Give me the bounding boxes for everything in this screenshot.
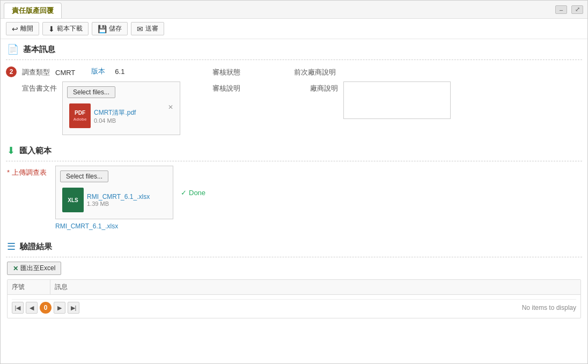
version-label: 版本 (91, 66, 105, 76)
import-file-name: RMI_CMRT_6.1_.xlsx (87, 193, 150, 200)
declaration-file-details: CMRT清單.pdf 0.04 MB (94, 108, 136, 124)
download-icon: ⬇ (48, 25, 55, 33)
minimize-button[interactable]: – (555, 5, 567, 14)
declaration-file-item: PDF Adobe CMRT清單.pdf 0.04 MB ✕ (67, 101, 175, 130)
content-area: 📄 基本訊息 2 調查類型 CMRT 版本 6.1 (1, 39, 587, 363)
vendor-note-label: 廠商說明 (310, 81, 338, 93)
validation-area: ✕ 匯出至Excel 序號 訊息 |◀ ◀ 0 ▶ ▶| No item (1, 257, 587, 323)
title-tab-label: 責任版產回覆 (12, 6, 54, 16)
declaration-select-files-button[interactable]: Select files... (67, 86, 115, 98)
first-page-button[interactable]: |◀ (12, 302, 24, 314)
no-items-text: No items to display (82, 304, 576, 311)
import-title: 匯入範本 (19, 146, 52, 156)
pagination-row: |◀ ◀ 0 ▶ ▶| No items to display (12, 299, 576, 314)
query-type-label: 調查類型 (22, 65, 50, 77)
next-page-button[interactable]: ▶ (54, 302, 65, 314)
title-controls: – ⤢ (551, 1, 587, 18)
save-button[interactable]: 💾 儲存 (92, 22, 128, 35)
col-msg-header: 訊息 (50, 280, 580, 294)
prev-vendor-note-label: 前次廠商說明 (294, 65, 336, 77)
send-icon: ✉ (137, 25, 143, 33)
badge-2: 2 (6, 66, 17, 77)
import-file-size: 1.39 MB (87, 200, 150, 207)
prev-page-button[interactable]: ◀ (26, 302, 38, 314)
done-label: Done (189, 189, 205, 197)
upload-row: * 上傳調查表 Select files... XLS RMI_ (7, 166, 581, 231)
toolbar: ↩ 離開 ⬇ 範本下載 💾 儲存 ✉ 送審 (1, 19, 587, 39)
declaration-label: 宣告書文件 (22, 81, 57, 93)
required-star: * (7, 168, 10, 176)
upload-label: * 上傳調查表 (7, 166, 50, 177)
title-bar: 責任版產回覆 – ⤢ (1, 1, 587, 19)
query-type-value: CMRT (55, 66, 75, 77)
import-area: * 上傳調查表 Select files... XLS RMI_ (1, 161, 587, 236)
send-button[interactable]: ✉ 送審 (131, 22, 164, 35)
leave-button[interactable]: ↩ 離開 (6, 22, 39, 35)
basic-info-area: 2 調查類型 CMRT 版本 6.1 宣告書文件 Select (1, 60, 587, 140)
audit-note-label: 審核說明 (212, 81, 240, 93)
maximize-button[interactable]: ⤢ (571, 5, 583, 14)
export-excel-label: 匯出至Excel (20, 264, 55, 273)
current-page: 0 (40, 302, 52, 314)
xlsx-icon: XLS (62, 188, 84, 212)
save-label: 儲存 (109, 24, 122, 33)
validation-title: 驗證結果 (20, 242, 52, 252)
excel-icon: ✕ (13, 265, 18, 272)
leave-icon: ↩ (12, 25, 18, 33)
vendor-note-textarea[interactable] (343, 81, 451, 119)
import-file-upload-box: Select files... XLS RMI_CMRT_6.1_.xlsx 1… (55, 166, 173, 219)
version-value: 6.1 (115, 68, 124, 76)
col-seq-header: 序號 (8, 280, 50, 294)
validation-header: ☰ 驗證結果 (1, 236, 587, 257)
checkmark-icon: ✓ (181, 189, 187, 197)
save-icon: 💾 (98, 25, 107, 33)
download-label: 範本下載 (57, 24, 83, 33)
declaration-file-upload-box: Select files... PDF Adobe CMRT清單.pdf 0.0… (62, 81, 180, 135)
export-excel-button[interactable]: ✕ 匯出至Excel (7, 262, 61, 275)
pdf-icon: PDF Adobe (69, 103, 91, 128)
basic-info-icon: 📄 (7, 43, 19, 55)
main-window: 責任版產回覆 – ⤢ ↩ 離開 ⬇ 範本下載 💾 儲存 ✉ 送審 📄 基本訊息 (0, 0, 588, 364)
table-header-row: 序號 訊息 (8, 280, 580, 295)
declaration-file-size: 0.04 MB (94, 117, 136, 124)
send-label: 送審 (145, 24, 158, 33)
validation-icon: ☰ (7, 241, 16, 252)
validation-table: 序號 訊息 |◀ ◀ 0 ▶ ▶| No items to display (7, 279, 581, 318)
basic-info-header: 📄 基本訊息 (1, 39, 587, 60)
import-header: ⬇ 匯入範本 (1, 140, 587, 161)
last-page-button[interactable]: ▶| (68, 302, 79, 314)
basic-info-title: 基本訊息 (23, 44, 55, 55)
import-file-item: XLS RMI_CMRT_6.1_.xlsx 1.39 MB (60, 185, 168, 214)
download-template-button[interactable]: ⬇ 範本下載 (42, 22, 89, 35)
no-items-display: |◀ ◀ 0 ▶ ▶| No items to display (8, 295, 580, 318)
import-file-link[interactable]: RMI_CMRT_6.1_.xlsx (55, 221, 205, 231)
title-tab: 責任版產回覆 (4, 3, 62, 18)
declaration-file-name: CMRT清單.pdf (94, 108, 136, 117)
import-select-files-button[interactable]: Select files... (60, 170, 108, 182)
import-file-details: RMI_CMRT_6.1_.xlsx 1.39 MB (87, 193, 150, 207)
declaration-file-remove[interactable]: ✕ (168, 103, 173, 111)
done-indicator: ✓ Done (181, 189, 205, 197)
leave-label: 離開 (20, 24, 33, 33)
import-icon: ⬇ (7, 145, 15, 157)
audit-status-label: 審核狀態 (212, 65, 240, 77)
